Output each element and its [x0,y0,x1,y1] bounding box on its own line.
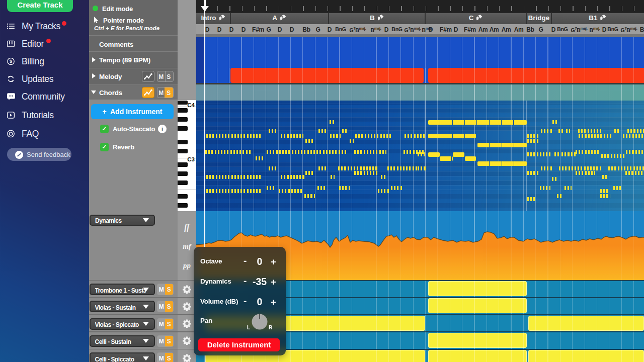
svg-text:$: $ [10,59,12,64]
